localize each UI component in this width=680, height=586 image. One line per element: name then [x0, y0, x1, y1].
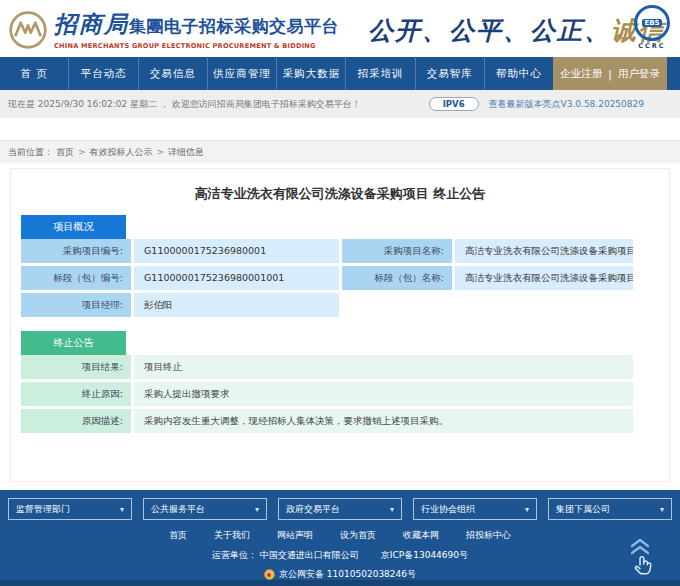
auth-divider: | — [608, 68, 612, 80]
manager-label: 项目经理: — [21, 293, 131, 317]
table-row: 项目经理: 彭伯阳 — [21, 293, 669, 317]
page: 招商局集團电子招标采购交易平台 CHINA MERCHANTS GROUP EL… — [0, 0, 680, 586]
brand-text: 招商局集團电子招标采购交易平台 CHINA MERCHANTS GROUP EL… — [54, 9, 339, 50]
manager-value: 彭伯阳 — [134, 293, 339, 317]
ccrc-badge-icon: EBS CCRC — [630, 5, 674, 50]
site-logo[interactable]: 招商局集團电子招标采购交易平台 CHINA MERCHANTS GROUP EL… — [8, 9, 339, 50]
section-no-value: G1100000175236980001001 — [134, 266, 339, 290]
breadcrumb: 当前位置： 首页 > 有效投标人公示 > 详细信息 — [0, 140, 680, 163]
dropdown-label: 监督管理部门 — [16, 503, 70, 516]
breadcrumb-separator: > — [78, 147, 86, 157]
nav-auth-area: 企业注册 | 用户登录 — [553, 57, 667, 90]
project-name-value: 高洁专业洗衣有限公司洗涤设备采购项目 — [455, 239, 633, 263]
desc-value: 采购内容发生重大调整，现经招标人集体决策，要求撤销上述项目采购。 — [134, 409, 633, 433]
operator-text: 运营单位： 中国交通进出口有限公司 — [212, 549, 359, 562]
footer-operator-row: 运营单位： 中国交通进出口有限公司 京ICP备13044690号 — [0, 549, 680, 562]
login-link[interactable]: 用户登录 — [618, 67, 660, 81]
reason-label: 终止原因: — [21, 382, 131, 406]
welcome-text: 现在是 2025/9/30 16:02:02 星期二 ， 欢迎您访问招商局集团电… — [8, 98, 361, 111]
footer-link-set-homepage[interactable]: 设为首页 — [340, 529, 376, 542]
info-bar: 现在是 2025/9/30 16:02:02 星期二 ， 欢迎您访问招商局集团电… — [0, 90, 680, 118]
nav-spacer — [667, 57, 680, 90]
brand-cn-rest: 集團电子招标采购交易平台 — [129, 16, 339, 36]
project-name-label: 采购项目名称: — [342, 239, 452, 263]
project-no-value: G1100000175236980001 — [134, 239, 339, 263]
result-label: 项目结果: — [21, 355, 131, 379]
dropdown-public-service[interactable]: 公共服务平台 ▾ — [143, 498, 267, 520]
public-security-badge-icon — [264, 569, 275, 580]
nav-item-training[interactable]: 招采培训 — [345, 57, 414, 90]
footer-link-home[interactable]: 首页 — [169, 529, 187, 542]
chevron-down-icon: ▾ — [390, 505, 394, 514]
result-value: 项目终止 — [134, 355, 633, 379]
version-link[interactable]: 查看最新版本亮点V3.0.58.20250829 — [489, 98, 644, 111]
ipv6-button[interactable]: IPV6 — [429, 97, 479, 111]
slogan: 公开、公平、公正、诚信 — [368, 14, 665, 47]
nav-item-knowledge-base[interactable]: 交易智库 — [415, 57, 484, 90]
dropdown-gov-trade[interactable]: 政府交易平台 ▾ — [278, 498, 402, 520]
tab-project-overview[interactable]: 项目概况 — [21, 215, 126, 239]
chevron-down-icon: ▾ — [660, 505, 664, 514]
tab-termination-notice[interactable]: 终止公告 — [21, 331, 126, 355]
nav-item-home[interactable]: 首 页 — [0, 57, 68, 90]
nav-item-help-center[interactable]: 帮助中心 — [484, 57, 553, 90]
section-name-label: 标段（包）名称: — [342, 266, 452, 290]
slogan-main: 公开、公平、公正、 — [368, 16, 611, 45]
desc-label: 原因描述: — [21, 409, 131, 433]
nav-item-trade-info[interactable]: 交易信息 — [138, 57, 207, 90]
reason-value: 采购人提出撤项要求 — [134, 382, 633, 406]
chevron-down-icon: ▾ — [525, 505, 529, 514]
notice-title: 高洁专业洗衣有限公司洗涤设备采购项目 终止公告 — [11, 185, 669, 203]
section-no-label: 标段（包）编号: — [21, 266, 131, 290]
table-row: 终止原因: 采购人提出撤项要求 — [21, 382, 669, 406]
dropdown-label: 政府交易平台 — [286, 503, 340, 516]
icp-number: 京ICP备13044690号 — [381, 549, 468, 562]
table-row: 采购项目编号: G1100000175236980001 采购项目名称: 高洁专… — [21, 239, 669, 263]
breadcrumb-section-link[interactable]: 有效投标人公示 — [90, 146, 153, 159]
ccrc-badge-caption: CCRC — [630, 42, 674, 50]
dropdown-label: 行业协会组织 — [421, 503, 475, 516]
dropdown-label: 集团下属公司 — [556, 503, 610, 516]
main-nav: 首 页 平台动态 交易信息 供应商管理 采购大数据 招采培训 交易智库 帮助中心… — [0, 57, 680, 90]
project-no-label: 采购项目编号: — [21, 239, 131, 263]
register-link[interactable]: 企业注册 — [560, 67, 602, 81]
footer-dropdown-row: 监督管理部门 ▾ 公共服务平台 ▾ 政府交易平台 ▾ 行业协会组织 ▾ 集团下属… — [0, 490, 680, 520]
table-row: 项目结果: 项目终止 — [21, 355, 669, 379]
top-header: 招商局集團电子招标采购交易平台 CHINA MERCHANTS GROUP EL… — [0, 0, 680, 57]
hand-cursor-icon — [632, 554, 654, 582]
breadcrumb-current: 详细信息 — [168, 146, 204, 159]
nav-item-procurement-bigdata[interactable]: 采购大数据 — [276, 57, 345, 90]
table-row: 原因描述: 采购内容发生重大调整，现经招标人集体决策，要求撤销上述项目采购。 — [21, 409, 669, 433]
footer-link-statement[interactable]: 网站声明 — [277, 529, 313, 542]
dropdown-supervision[interactable]: 监督管理部门 ▾ — [8, 498, 132, 520]
dropdown-group-subsidiaries[interactable]: 集团下属公司 ▾ — [548, 498, 672, 520]
nav-item-platform-news[interactable]: 平台动态 — [68, 57, 137, 90]
dropdown-label: 公共服务平台 — [151, 503, 205, 516]
table-row: 标段（包）编号: G1100000175236980001001 标段（包）名称… — [21, 266, 669, 290]
cmg-logo-icon — [8, 10, 48, 50]
footer: 监督管理部门 ▾ 公共服务平台 ▾ 政府交易平台 ▾ 行业协会组织 ▾ 集团下属… — [0, 490, 680, 586]
footer-link-bidding-center[interactable]: 招投标中心 — [466, 529, 511, 542]
brand-cn-main: 招商局 — [54, 10, 129, 37]
breadcrumb-label: 当前位置： — [8, 146, 53, 159]
section-name-value: 高洁专业洗衣有限公司洗涤设备采购项目 — [455, 266, 633, 290]
breadcrumb-home-link[interactable]: 首页 — [56, 146, 74, 159]
footer-link-bookmark[interactable]: 收藏本网 — [403, 529, 439, 542]
chevron-down-icon: ▾ — [120, 505, 124, 514]
chevron-down-icon: ▾ — [255, 505, 259, 514]
footer-cutoff-row — [0, 580, 680, 586]
notice-card: 高洁专业洗衣有限公司洗涤设备采购项目 终止公告 项目概况 采购项目编号: G11… — [10, 168, 670, 482]
footer-links: 首页 关于我们 网站声明 设为首页 收藏本网 招投标中心 — [0, 529, 680, 542]
nav-item-supplier-mgmt[interactable]: 供应商管理 — [207, 57, 276, 90]
footer-link-about[interactable]: 关于我们 — [214, 529, 250, 542]
brand-en: CHINA MERCHANTS GROUP ELECTRONIC PROCURE… — [54, 42, 339, 50]
ccrc-badge-label: EBS — [642, 19, 661, 27]
breadcrumb-separator: > — [157, 147, 165, 157]
dropdown-industry-assoc[interactable]: 行业协会组织 ▾ — [413, 498, 537, 520]
